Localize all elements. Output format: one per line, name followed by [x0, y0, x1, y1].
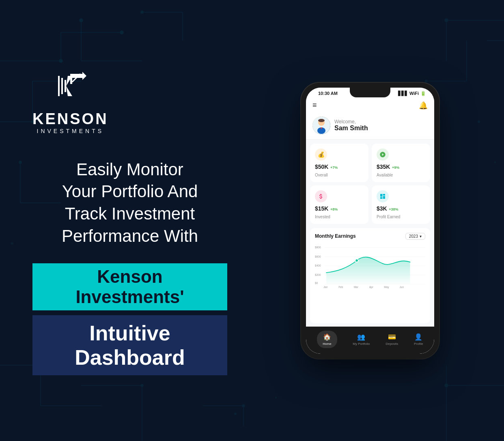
notification-bell-icon[interactable]: 🔔 [419, 101, 428, 110]
portfolio-icon: 👥 [357, 333, 365, 341]
left-panel: KENSON INVESTMENTS Easily Monitor Your P… [0, 41, 252, 400]
svg-text:Jan: Jan [323, 285, 328, 288]
nav-item-home[interactable]: 🏠 Home [317, 331, 337, 348]
nav-label-deposits: Deposits [386, 342, 398, 346]
svg-point-66 [355, 259, 358, 262]
svg-text:$0: $0 [315, 282, 318, 284]
svg-text:Apr: Apr [369, 285, 374, 288]
svg-text:Mar: Mar [354, 285, 359, 288]
svg-text:Jun: Jun [400, 285, 404, 288]
logo-area: KENSON INVESTMENTS [32, 66, 108, 134]
nav-label-portfolio: My Portfolio [353, 342, 370, 346]
menu-icon[interactable]: ≡ [312, 101, 317, 110]
svg-point-40 [234, 413, 237, 415]
svg-text:$800: $800 [315, 246, 321, 249]
nav-item-profile[interactable]: 👤 Profile [414, 333, 423, 346]
stat-value-available: $35K +9% [377, 163, 425, 170]
svg-text:$200: $200 [315, 273, 321, 276]
wifi-icon: WiFi [409, 91, 419, 96]
home-icon: 🏠 [323, 333, 331, 341]
svg-point-20 [445, 19, 448, 22]
stat-label-available: Available [377, 173, 425, 177]
stat-icon-invested [315, 190, 327, 202]
svg-point-4 [120, 31, 123, 34]
phone-notch [350, 88, 390, 97]
stat-label-profit: Profit Earned [377, 215, 425, 219]
svg-point-17 [141, 11, 143, 13]
stats-grid: 💰 $50K +7% Overall $35K [306, 140, 434, 228]
phone-screen: 10:30 AM ▋▋▋ WiFi 🔋 ≡ 🔔 [306, 88, 434, 354]
stat-icon-overall: 💰 [315, 148, 327, 161]
status-icons: ▋▋▋ WiFi 🔋 [398, 91, 426, 96]
status-time: 10:30 AM [314, 91, 338, 96]
bottom-nav: 🏠 Home 👥 My Portfolio 💳 Deposits 👤 Profi… [306, 327, 434, 354]
stat-card-overall: 💰 $50K +7% Overall [310, 144, 368, 182]
svg-text:$600: $600 [315, 255, 321, 258]
svg-text:Feb: Feb [338, 285, 343, 288]
main-background: KENSON INVESTMENTS Easily Monitor Your P… [0, 0, 504, 441]
svg-point-37 [445, 384, 448, 387]
logo-icon [50, 66, 90, 106]
svg-marker-48 [66, 86, 72, 96]
svg-rect-44 [58, 76, 60, 96]
nav-label-home: Home [323, 342, 331, 346]
welcome-name: Sam Smith [334, 125, 368, 132]
svg-point-41 [275, 397, 277, 398]
stat-icon-available [377, 148, 389, 161]
nav-label-profile: Profile [414, 342, 423, 346]
svg-point-54 [318, 119, 325, 122]
stat-card-available: $35K +9% Available [372, 144, 430, 182]
svg-point-34 [242, 404, 245, 407]
app-header: ≡ 🔔 [306, 98, 434, 113]
highlight-navy: Intuitive Dashboard [32, 315, 227, 375]
highlight-teal-text: Kenson Investments' [75, 267, 184, 307]
nav-item-portfolio[interactable]: 👥 My Portfolio [353, 333, 370, 346]
svg-text:$400: $400 [315, 264, 321, 267]
signal-icon: ▋▋▋ [398, 91, 408, 96]
chart-section: Monthly Earnings 2023 ▾ $800 $600 $400 $… [310, 228, 430, 323]
nav-item-deposits[interactable]: 💳 Deposits [386, 333, 398, 346]
earnings-chart: $800 $600 $400 $200 $0 [315, 243, 425, 292]
dropdown-arrow: ▾ [420, 234, 422, 239]
logo-text: KENSON INVESTMENTS [32, 110, 108, 134]
stat-value-invested: $15K +8% [315, 205, 364, 212]
user-avatar [312, 116, 330, 134]
stat-card-profit: $3K +38% Profit Earned [372, 185, 430, 224]
tagline-area: Easily Monitor Your Portfolio And Track … [32, 159, 227, 375]
year-selector[interactable]: 2023 ▾ [405, 233, 425, 240]
stat-value-profit: $3K +38% [377, 205, 425, 212]
right-panel: 10:30 AM ▋▋▋ WiFi 🔋 ≡ 🔔 [252, 83, 504, 359]
svg-point-24 [425, 80, 427, 82]
chart-title: Monthly Earnings [315, 233, 356, 239]
welcome-greeting: Welcome, [334, 119, 368, 125]
stat-label-invested: Invested [315, 215, 364, 219]
chart-header: Monthly Earnings 2023 ▾ [315, 233, 425, 240]
welcome-section: Welcome, Sam Smith [306, 113, 434, 140]
logo-name: KENSON [32, 110, 108, 128]
battery-icon: 🔋 [420, 91, 426, 96]
stat-label-overall: Overall [315, 173, 364, 177]
year-value: 2023 [409, 234, 418, 239]
stat-icon-profit [377, 190, 389, 202]
logo-subtitle: INVESTMENTS [32, 128, 108, 134]
stat-card-invested: $15K +8% Invested [310, 185, 368, 224]
tagline-text: Easily Monitor Your Portfolio And Track … [32, 159, 227, 247]
phone-mockup: 10:30 AM ▋▋▋ WiFi 🔋 ≡ 🔔 [301, 83, 439, 359]
stat-value-overall: $50K +7% [315, 163, 364, 170]
welcome-text-container: Welcome, Sam Smith [334, 119, 368, 132]
highlight-teal: Kenson Investments' [32, 263, 227, 310]
deposits-icon: 💳 [388, 333, 396, 341]
svg-rect-45 [61, 78, 63, 94]
svg-point-11 [80, 19, 83, 22]
highlight-navy-text: Intuitive Dashboard [75, 321, 185, 369]
svg-rect-46 [65, 80, 66, 92]
profile-icon: 👤 [414, 333, 422, 341]
svg-text:May: May [384, 285, 389, 288]
